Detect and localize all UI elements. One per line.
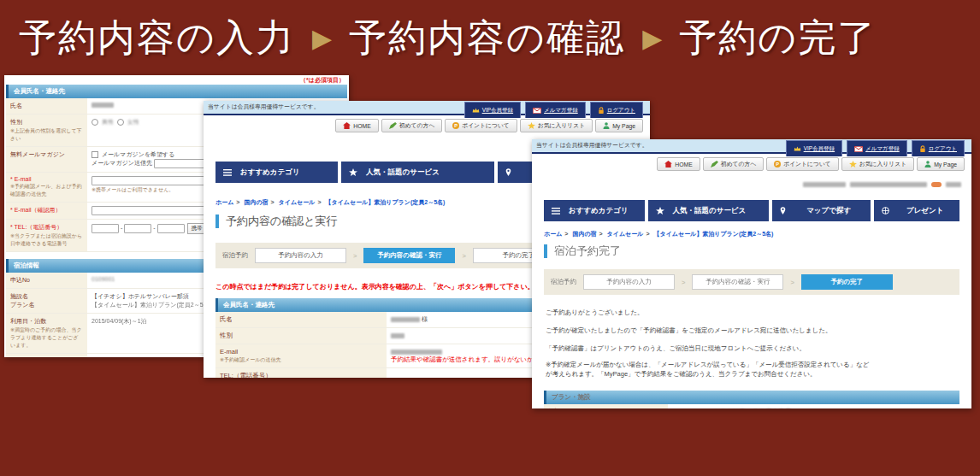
- title-accent-bar: [544, 244, 547, 258]
- step-indicator-label: 宿泊予約: [222, 251, 248, 260]
- breadcrumb-domestic[interactable]: 国内の宿: [572, 231, 596, 237]
- nav-present[interactable]: プレゼント: [874, 200, 959, 221]
- favorites-button[interactable]: お気に入りリスト: [841, 157, 914, 171]
- table-row: 施設名 【イチオシ】 ホテルソラックス蒜山高原: [544, 404, 959, 408]
- arrow-icon: ▶: [312, 23, 332, 53]
- lock-icon: [919, 145, 926, 153]
- step-confirm-active: 予約内容の確認・実行: [363, 248, 455, 263]
- person-icon: [603, 122, 610, 129]
- tab-logout[interactable]: ログアウト: [590, 102, 643, 118]
- facility-name: 【イチオシ】ホテルサンバレー那須: [92, 293, 189, 299]
- tel-separator: -: [121, 225, 122, 231]
- nav-map[interactable]: マップで探す: [772, 200, 871, 221]
- breadcrumb-home[interactable]: ホーム: [215, 199, 233, 205]
- member-notice-bar: 当サイトは会員様専用優待サービスです。 VIP会員登録 メルマガ登録 ログアウト: [204, 101, 650, 115]
- mail-icon: [533, 108, 541, 114]
- field-note: ※満室時のご予約の場合、当クラブより連絡することがございます。: [10, 326, 83, 350]
- member-notice: 当サイトは会員様専用優待サービスです。: [208, 103, 320, 109]
- mailmag-checkbox-label: メールマガジンを希望する: [102, 151, 174, 157]
- header-buttons: HOME 初めての方へ P ポイントについて お気に入りリスト My Page: [204, 119, 643, 132]
- mailmag-checkbox[interactable]: [92, 151, 98, 158]
- tab-vip-register[interactable]: VIP会員登録: [464, 102, 521, 118]
- header-buttons: HOME 初めての方へ P ポイントについて お気に入りリスト My Page: [532, 157, 965, 171]
- breadcrumb-domestic[interactable]: 国内の宿: [244, 199, 268, 205]
- breadcrumb-timesale[interactable]: タイムセール: [607, 231, 644, 237]
- mail-icon: [854, 146, 863, 152]
- banner-step-complete: 予約の完了: [679, 13, 877, 63]
- home-button[interactable]: HOME: [657, 157, 700, 171]
- tab-vip-register[interactable]: VIP会員登録: [786, 140, 842, 156]
- nav-category[interactable]: おすすめカテゴリ: [215, 162, 338, 183]
- breadcrumb-home[interactable]: ホーム: [544, 231, 562, 237]
- application-number: 0109001: [92, 276, 115, 282]
- first-time-button[interactable]: 初めての方へ: [703, 157, 764, 171]
- header-tabs: VIP会員登録 メルマガ登録 ログアウト: [464, 102, 643, 118]
- map-pin-icon: [505, 168, 511, 176]
- mypage-button[interactable]: My Page: [595, 119, 643, 132]
- tel-separator: -: [153, 225, 155, 231]
- banner-step-input: 予約内容の入力: [19, 13, 295, 63]
- breadcrumb-timesale[interactable]: タイムセール: [279, 199, 316, 205]
- mypage-button[interactable]: My Page: [917, 157, 965, 171]
- field-label: E-mail: [220, 348, 238, 356]
- star-icon: [528, 122, 535, 129]
- home-icon: [343, 122, 351, 129]
- name-honorific: 様: [422, 315, 428, 323]
- tab-mailmag-register[interactable]: メルマガ登録: [525, 102, 586, 118]
- stay-date: 2015/04/09(木)～1泊: [92, 318, 147, 324]
- first-time-button[interactable]: 初めての方へ: [381, 119, 442, 132]
- gift-icon: [882, 207, 889, 214]
- mail-trouble-note-line2: が考えられます。「MyPage」で予約結果をご確認のうえ、当クラブまでお問合せく…: [546, 370, 817, 378]
- step-indicator: 宿泊予約 予約内容の入力 > 予約内容の確認・実行 > 予約の完了: [544, 269, 959, 295]
- thanks-message: ご予約ありがとうございました。: [546, 309, 958, 318]
- star-icon: [349, 168, 357, 176]
- printout-message: 「予約確認書」はプリントアウトのうえ、ご宿泊当日に現地フロントへご提示ください。: [546, 344, 958, 354]
- plan-name: 【タイムセール】素泊りプラン(定員2～5名): [92, 302, 211, 308]
- field-label: 氏名: [215, 312, 387, 327]
- field-note: ※予約確認メール、および予約確認書の送信先: [10, 183, 83, 198]
- tel-input-1[interactable]: [92, 224, 119, 233]
- nav-popular[interactable]: 人気・話題のサービス: [648, 200, 769, 221]
- radio-male[interactable]: [92, 119, 98, 126]
- crown-icon: [794, 145, 801, 152]
- nav-popular[interactable]: 人気・話題のサービス: [341, 162, 494, 183]
- radio-female[interactable]: [117, 119, 124, 126]
- field-note: ※上記会員の性別を選択して下さい: [10, 127, 83, 143]
- pencil-icon: [389, 122, 397, 129]
- tab-logout[interactable]: ログアウト: [912, 140, 965, 156]
- field-label: 申込No: [6, 273, 87, 288]
- redacted-gender: [391, 333, 404, 338]
- progress-banner: 予約内容の入力 ▶ 予約内容の確認 ▶ 予約の完了: [0, 0, 980, 75]
- svg-text:P: P: [776, 162, 779, 167]
- section-header-member: 会員氏名・連絡先: [6, 85, 347, 98]
- tab-mailmag-register[interactable]: メルマガ登録: [847, 140, 907, 156]
- favorites-button[interactable]: お気に入りリスト: [520, 119, 593, 132]
- home-button[interactable]: HOME: [335, 119, 378, 132]
- person-icon: [924, 161, 931, 167]
- tel-input-2[interactable]: [124, 224, 151, 233]
- member-badge: [931, 182, 942, 187]
- radio-female-label: 女性: [127, 119, 139, 125]
- redacted-name: [391, 317, 420, 322]
- points-button[interactable]: P ポイントについて: [445, 119, 517, 132]
- tel-input-3[interactable]: [157, 224, 185, 233]
- field-label: 利用日・泊数: [10, 318, 46, 324]
- step-confirm: 予約内容の確認・実行: [692, 274, 783, 290]
- chevron-right-icon: >: [682, 279, 685, 286]
- facility-name-redacted: ホテルソラックス蒜山高原: [713, 408, 791, 408]
- pencil-icon: [711, 161, 718, 167]
- field-note: ※予約確認メールの送信先: [220, 356, 382, 364]
- map-pin-icon: [780, 207, 786, 214]
- point-coin-icon: P: [774, 161, 781, 167]
- point-coin-icon: P: [452, 122, 459, 129]
- step-complete-active: 予約の完了: [801, 274, 893, 290]
- field-label: 施設名: [10, 293, 28, 299]
- points-button[interactable]: P ポイントについて: [766, 157, 839, 171]
- field-label-required: * TEL:（電話番号）: [10, 224, 62, 230]
- chevron-right-icon: >: [462, 252, 465, 260]
- section-header-plan: プラン・施設: [544, 391, 959, 404]
- breadcrumb-plan: 【タイムセール】素泊りプラン(定員2～5名): [325, 199, 445, 205]
- banner-step-confirm: 予約内容の確認: [349, 13, 625, 63]
- nav-category[interactable]: おすすめカテゴリ: [544, 200, 645, 221]
- field-label: 施設名: [548, 408, 568, 408]
